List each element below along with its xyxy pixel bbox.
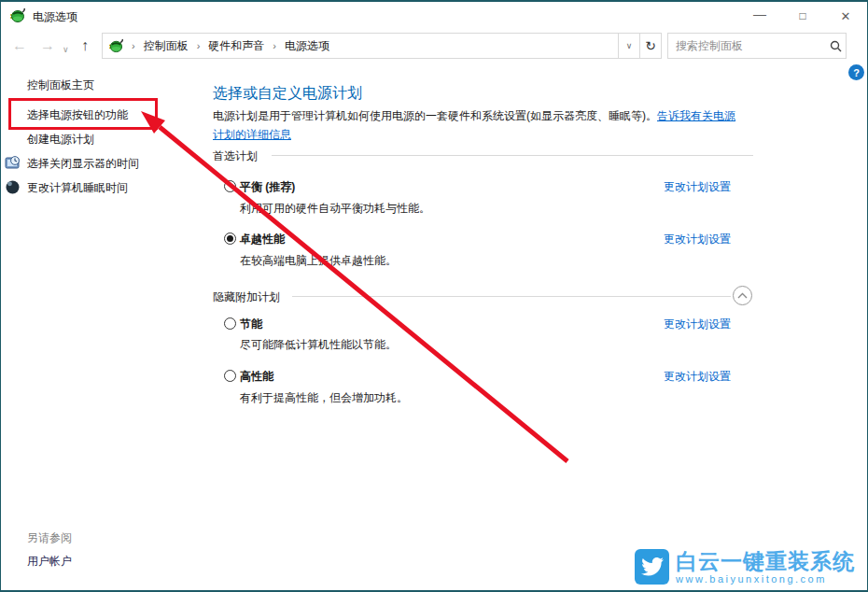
radio-high-performance[interactable] [224,370,236,382]
chevron-right-icon: › [197,40,201,51]
change-plan-settings-link-power-saver[interactable]: 更改计划设置 [664,317,731,331]
sidebar-item-control-panel-home[interactable]: 控制面板主页 [27,77,94,93]
plan-name-ultimate-performance: 卓越性能 [240,232,285,247]
sidebar-item-change-sleep-time[interactable]: 更改计算机睡眠时间 [27,179,128,196]
address-bar[interactable]: › 控制面板 › 硬件和声音 › 电源选项 ∨ ↻ [102,33,662,59]
plan-desc-power-saver: 尽可能降低计算机性能以节能。 [240,337,397,352]
address-dropdown-icon[interactable]: ∨ [618,34,639,58]
breadcrumb-control-panel[interactable]: 控制面板 [144,38,189,54]
minimize-button[interactable]: — [738,2,781,30]
sidebar-item-choose-display-off-time[interactable]: 选择关闭显示器的时间 [27,155,139,172]
radio-ultimate-performance[interactable] [224,233,236,245]
power-plug-icon [108,38,123,53]
search-input[interactable] [668,39,826,52]
chevron-right-icon: › [132,40,135,51]
power-options-window: 电源选项 — □ ✕ ← → ∨ ↑ › 控制面板 [0,0,868,592]
see-also-label: 另请参阅 [27,530,72,546]
window-title: 电源选项 [33,9,77,25]
chevron-up-icon [737,292,748,299]
back-icon[interactable]: ← [12,36,27,55]
titlebar: 电源选项 — □ ✕ [1,2,867,30]
section-preferred-plans-label: 首选计划 [213,148,258,164]
bird-logo-icon [635,549,669,585]
sidebar-item-create-power-plan[interactable]: 创建电源计划 [27,131,94,148]
chevron-right-icon: › [273,40,276,51]
navigation-bar: ← → ∨ ↑ › 控制面板 › 硬件和声音 › 电源选项 [1,30,867,62]
forward-icon[interactable]: → [40,36,55,55]
watermark-url: www.baiyunxitong.com [676,573,855,585]
close-button[interactable]: ✕ [824,2,867,30]
refresh-icon[interactable]: ↻ [639,34,661,58]
page-title: 选择或自定义电源计划 [213,84,362,104]
section-divider [272,155,753,156]
watermark-text-block: 白云一键重装系统 www.baiyunxitong.com [676,549,855,585]
plan-name-power-saver: 节能 [240,317,262,331]
user-accounts-link[interactable]: 用户帐户 [27,554,72,570]
sleep-moon-icon [5,179,21,195]
breadcrumb: › 控制面板 › 硬件和声音 › 电源选项 [103,34,618,58]
recent-pages-icon[interactable]: ∨ [63,40,69,59]
change-plan-settings-link-ultimate[interactable]: 更改计划设置 [664,232,731,247]
watermark-title: 白云一键重装系统 [676,549,855,573]
plan-name-high-performance: 高性能 [240,369,273,384]
sidebar-item-choose-power-buttons[interactable]: 选择电源按钮的功能 [27,106,128,123]
intro-text: 电源计划是用于管理计算机如何使用电源的一套硬件和系统设置(如显示器亮度、睡眠等)… [213,106,743,144]
change-plan-settings-link-high-performance[interactable]: 更改计划设置 [664,369,731,384]
breadcrumb-power-options[interactable]: 电源选项 [285,38,329,54]
maximize-button[interactable]: □ [781,2,824,30]
section-divider [292,296,731,297]
section-hidden-plans-label: 隐藏附加计划 [213,289,280,305]
plan-desc-ultimate-performance: 在较高端电脑上提供卓越性能。 [240,253,397,268]
question-mark-icon: ? [853,67,860,78]
up-icon[interactable]: ↑ [81,36,89,55]
intro-description: 电源计划是用于管理计算机如何使用电源的一套硬件和系统设置(如显示器亮度、睡眠等)… [213,109,657,122]
change-plan-settings-link-balanced[interactable]: 更改计划设置 [664,179,731,194]
watermark: 白云一键重装系统 www.baiyunxitong.com [635,549,855,585]
radio-power-saver[interactable] [224,317,236,330]
power-plug-icon [9,7,25,23]
display-clock-icon [5,155,21,171]
search-box [667,33,847,59]
search-icon[interactable] [826,40,846,52]
help-button[interactable]: ? [848,64,864,80]
caption-buttons: — □ ✕ [738,2,867,30]
plan-desc-balanced: 利用可用的硬件自动平衡功耗与性能。 [240,201,430,216]
plan-desc-high-performance: 有利于提高性能，但会增加功耗。 [240,390,408,405]
plan-name-balanced: 平衡 (推荐) [240,179,295,194]
breadcrumb-hardware-sound[interactable]: 硬件和声音 [208,38,264,54]
radio-balanced[interactable] [224,180,236,192]
collapse-section-button[interactable] [733,286,752,305]
